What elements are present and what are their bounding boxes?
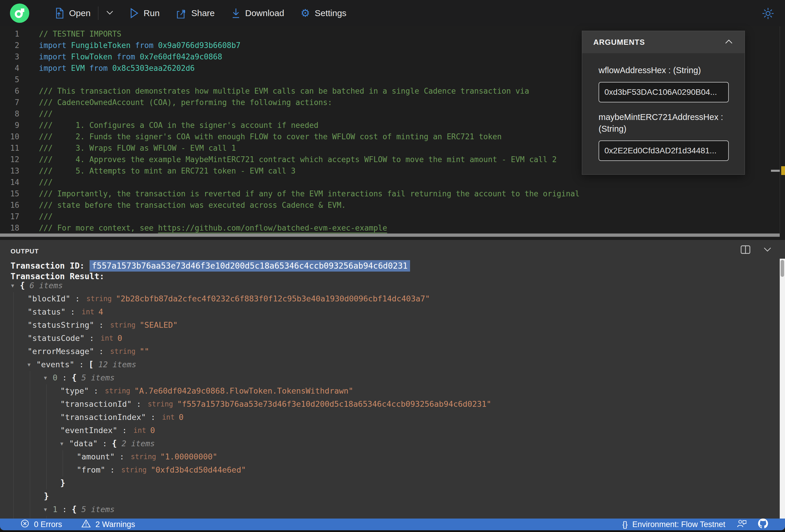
json-close-brace: } [60,478,65,488]
code-token: // TESTNET IMPORTS [39,30,122,38]
indent-guide [30,450,30,463]
code-token: /// Importantly, the transaction is reve… [39,189,580,198]
json-key: "type" [60,386,89,395]
share-icon [176,8,186,19]
indent-guide [14,516,14,518]
collapse-chevron-up-icon[interactable] [725,39,733,45]
json-value-type: int [82,308,94,316]
indent-guide [30,384,30,397]
json-colon: : [115,452,129,461]
collapse-output-chevron-icon[interactable] [763,247,771,253]
arguments-fields: wflowAddressHex : (String)0xd3bF53DAC106… [582,53,744,174]
line-number: 14 [0,178,19,187]
environment-label: Environment: Flow Testnet [632,520,725,529]
settings-label: Settings [315,8,346,18]
environment-status[interactable]: {} Environment: Flow Testnet [622,520,725,529]
json-key: "status" [27,307,66,316]
argument-input[interactable]: 0xd3bF53DAC106A0290B04... [599,82,729,102]
indent-guide [14,450,14,463]
open-label: Open [69,8,91,18]
code-token: /// state before the transaction was exe… [39,201,346,209]
collapse-triangle-icon[interactable]: ▼ [44,375,53,381]
json-tree-row: "statusString" : string"SEALED" [0,319,779,332]
code-token: from [85,64,112,73]
json-colon: : [94,321,108,329]
argument-input[interactable]: 0x2E2Ed0Cfd3AD2f1d34481... [599,141,729,161]
code-link[interactable]: https://github.com/onflow/batched-evm-ex… [158,224,387,232]
indent-guide [46,516,47,518]
toolbar: Open Run Share [0,0,785,26]
arguments-panel-header[interactable]: ARGUMENTS [582,31,744,53]
run-button[interactable]: Run [130,8,159,19]
json-close-brace: } [44,491,49,501]
json-tree-row: ▼0 : {5 items [0,371,779,384]
json-colon: : [117,426,132,435]
json-tree-row: "transactionIndex" : int0 [0,410,779,424]
line-number: 5 [0,75,19,84]
json-key: "from" [77,465,105,474]
warning-triangle-icon [81,519,91,530]
settings-button[interactable]: ⚙ Settings [301,8,347,19]
json-value-type: string [86,295,112,303]
json-tree-row: } [0,489,779,503]
code-line: 18/// For more context, see https://gith… [0,222,785,233]
indent-guide [14,384,14,397]
code-token: /// 4. Approves the example MaybeMintERC… [39,155,557,164]
github-icon[interactable] [758,518,768,531]
line-number: 12 [0,155,19,164]
indent-guide [46,463,47,476]
editor-horizontal-scrollbar[interactable] [0,233,780,237]
indent-guide [14,319,14,332]
json-value-type: string [105,387,130,395]
indent-guide [30,410,30,424]
arguments-panel: ARGUMENTS wflowAddressHex : (String)0xd3… [582,31,745,175]
share-button[interactable]: Share [176,8,214,19]
json-tree-row: } [0,476,779,489]
json-value-type: string [148,400,173,408]
indent-guide [46,384,47,397]
json-value: 0 [117,334,122,343]
json-tree-row: ▼"events" : [12 items [0,358,779,371]
flow-logo-icon[interactable] [10,3,29,23]
line-number: 3 [0,52,19,61]
indent-guide [62,463,63,476]
code-token: /// [39,178,53,187]
json-index: 0 [53,373,57,382]
indent-guide [30,397,30,410]
split-view-icon[interactable] [740,245,751,255]
line-number: 8 [0,109,19,118]
collapse-triangle-icon[interactable]: ▼ [11,283,20,288]
json-open-brace: { [20,281,25,290]
json-colon: : [94,347,108,356]
transaction-id-line: Transaction ID: f557a1573b76aa53e73d46f3… [10,261,410,271]
warnings-status[interactable]: 2 Warnings [81,519,135,530]
json-open-brace: { [72,373,77,382]
output-vertical-scrollbar[interactable] [780,259,785,518]
indent-guide [14,503,14,516]
errors-status[interactable]: 0 Errors [21,519,62,530]
json-index: 1 [53,505,57,514]
indent-guide [30,476,30,489]
code-token: /// 1. Configures a COA in the signer's … [39,121,319,130]
json-value-type: string [121,466,147,474]
collapse-triangle-icon[interactable]: ▼ [27,362,36,368]
collapse-triangle-icon[interactable]: ▼ [44,507,53,512]
json-items-count: 12 items [98,360,136,369]
indent-guide [46,476,47,489]
indent-guide [14,358,14,371]
line-number: 2 [0,41,19,50]
account-feedback-icon[interactable] [736,519,747,530]
open-button[interactable]: Open [54,8,91,19]
theme-toggle-sun-icon[interactable] [762,7,775,21]
line-number: 6 [0,86,19,95]
errors-label: 0 Errors [34,520,62,529]
open-menu-chevron-icon[interactable] [106,10,113,16]
code-token: FungibleToken [71,41,131,50]
json-value-type: string [110,321,135,329]
line-number: 15 [0,189,19,198]
braces-icon: {} [622,520,628,529]
collapse-triangle-icon[interactable]: ▼ [60,441,69,447]
download-button[interactable]: Download [231,8,284,19]
code-line: 15/// Importantly, the transaction is re… [0,188,785,199]
output-title: OUTPUT [10,248,39,255]
